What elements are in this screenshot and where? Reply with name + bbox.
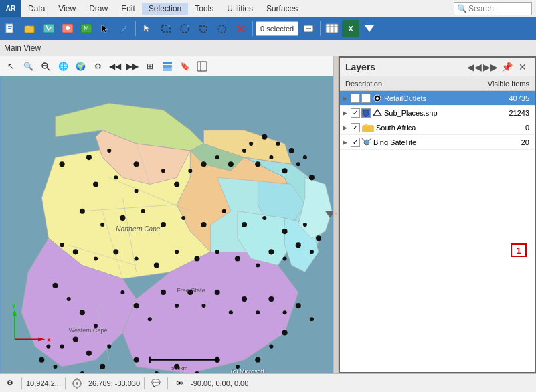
search-input[interactable] [468, 4, 529, 13]
tb-map1[interactable] [40, 20, 58, 37]
map-grid[interactable]: ⊞ [142, 58, 158, 74]
svg-point-111 [60, 345, 64, 349]
menu-tools[interactable]: Tools [188, 3, 220, 15]
layer-checkbox[interactable]: ✓ [351, 94, 360, 103]
layers-nav-forward[interactable]: ▶▶ [484, 60, 497, 74]
menu-surfaces[interactable]: Surfaces [260, 3, 304, 15]
layer-checkbox[interactable]: ✓ [351, 138, 360, 147]
tb-map2[interactable] [59, 20, 76, 37]
svg-point-76 [262, 134, 267, 140]
layers-panel: Layers ◀◀ ▶▶ 📌 ✕ Description Visible Ite… [339, 56, 536, 373]
menu-bar: AR Data View Draw Edit Selection Tools U… [0, 0, 536, 17]
tb-excel[interactable]: X [342, 20, 359, 37]
map-settings[interactable]: ⚙ [90, 58, 106, 74]
svg-point-87 [262, 216, 266, 220]
menu-view[interactable]: View [52, 3, 82, 15]
status-settings-icon[interactable]: ⚙ [3, 376, 17, 391]
tb-select-poly[interactable] [195, 20, 212, 37]
layer-checkbox[interactable]: ✓ [351, 123, 360, 132]
menu-data[interactable]: Data [21, 3, 52, 15]
layers-nav-back[interactable]: ◀◀ [468, 60, 481, 74]
svg-point-110 [73, 337, 78, 342]
layer-checkbox[interactable]: ✓ [351, 108, 360, 118]
map-layer-toggle[interactable] [159, 58, 175, 74]
svg-point-124 [215, 290, 220, 295]
svg-point-85 [222, 209, 226, 213]
layer-eye[interactable] [361, 108, 371, 118]
tb-new[interactable] [3, 20, 20, 37]
map-view[interactable]: Northern Cape Free State Western Cape y … [0, 76, 333, 373]
tb-pencil[interactable] [115, 20, 132, 37]
tb-select-x[interactable] [232, 20, 250, 37]
layer-row[interactable]: ▶ ✓ 👁 RetailOutlets 40735 [340, 91, 535, 106]
svg-text:Free State: Free State [177, 287, 205, 294]
layer-row[interactable]: ▶ ✓ South Africa 0 [340, 120, 535, 135]
search-box[interactable]: 🔍 [454, 2, 532, 15]
layers-controls: ◀◀ ▶▶ 📌 ✕ [468, 60, 529, 74]
resize-handle[interactable]: ⋮ [333, 56, 339, 373]
svg-rect-4 [43, 24, 54, 33]
map-arrow-tool[interactable]: ↖ [3, 58, 19, 74]
svg-point-125 [229, 310, 233, 314]
tb-select-mode[interactable] [300, 20, 317, 37]
svg-point-104 [73, 249, 78, 254]
map-zoom-in[interactable]: 🔍 [20, 58, 36, 74]
map-globe2[interactable]: 🌍 [72, 58, 88, 74]
main-toolbar: M 0 selected X [0, 17, 536, 40]
tb-dropdown[interactable] [361, 20, 378, 37]
svg-text:(c) Microsoft: (c) Microsoft [231, 368, 264, 373]
tb-map3[interactable]: M [78, 20, 95, 37]
svg-point-55 [86, 155, 92, 160]
menu-selection[interactable]: Selection [142, 3, 188, 15]
map-bookmark[interactable]: 🔖 [177, 58, 193, 74]
main-area: ↖ 🔍 🌐 🌍 ⚙ ◀◀ ▶▶ ⊞ 🔖 [0, 56, 536, 373]
layer-visible-count: 21243 [474, 109, 535, 117]
status-sep-3 [144, 377, 145, 389]
svg-point-64 [201, 161, 206, 167]
svg-point-108 [80, 310, 85, 315]
tb-select-circle[interactable] [176, 20, 193, 37]
map-forward[interactable]: ▶▶ [124, 58, 141, 74]
svg-point-101 [135, 256, 139, 260]
svg-point-89 [303, 223, 307, 227]
status-sep-1 [21, 377, 22, 389]
layer-folder-icon [361, 122, 375, 133]
svg-point-59 [93, 181, 98, 187]
svg-point-140 [134, 357, 139, 363]
map-back[interactable]: ◀◀ [107, 58, 123, 74]
status-message-icon[interactable]: 💬 [149, 376, 163, 391]
menu-edit[interactable]: Edit [114, 3, 142, 15]
tb-select-rect[interactable] [157, 20, 175, 37]
svg-point-75 [276, 142, 280, 146]
layer-row[interactable]: ▶ ✓ Bing Satellite 20 [340, 135, 535, 150]
svg-point-96 [235, 256, 240, 261]
svg-point-58 [114, 175, 118, 179]
menu-utilities[interactable]: Utilities [220, 3, 260, 15]
map-panel[interactable] [194, 58, 210, 74]
layer-row[interactable]: ▶ ✓ Sub_Places.shp 21243 [340, 106, 535, 120]
view-label-text: Main View [4, 43, 41, 53]
map-zoom-out[interactable] [37, 58, 54, 74]
menu-draw[interactable]: Draw [82, 3, 114, 15]
svg-point-168 [76, 382, 78, 385]
svg-point-121 [175, 304, 179, 308]
svg-marker-19 [365, 25, 374, 32]
svg-rect-1 [8, 26, 12, 27]
svg-point-66 [228, 161, 234, 167]
tb-cursor[interactable] [96, 20, 114, 37]
status-coords2: 26.789; -33.030 [88, 379, 140, 387]
svg-point-127 [256, 310, 260, 314]
svg-point-130 [296, 303, 301, 308]
tb-open[interactable] [21, 20, 39, 37]
tb-select-arrow[interactable] [139, 20, 156, 37]
svg-point-65 [215, 155, 219, 159]
selection-count: 0 selected [256, 21, 298, 36]
layers-pin[interactable]: 📌 [500, 60, 513, 74]
layer-visible-count: 0 [474, 124, 535, 132]
layers-close[interactable]: ✕ [516, 60, 529, 74]
map-toolbar: ↖ 🔍 🌐 🌍 ⚙ ◀◀ ▶▶ ⊞ 🔖 [0, 56, 333, 76]
tb-select-lasso[interactable] [213, 20, 231, 37]
layer-eye[interactable]: 👁 [361, 94, 371, 103]
map-globe1[interactable]: 🌐 [55, 58, 71, 74]
tb-table[interactable] [323, 20, 341, 37]
